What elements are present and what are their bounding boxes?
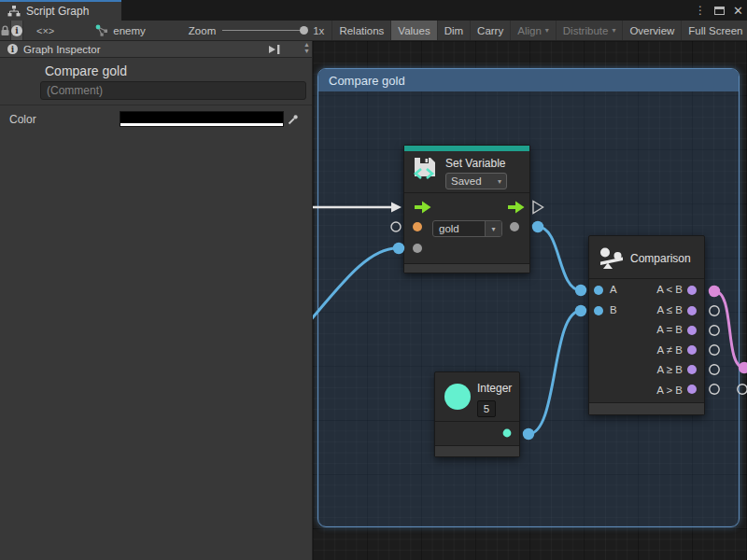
close-icon[interactable]: ✕ — [733, 4, 743, 18]
output-port-label: A = B — [656, 324, 683, 335]
relations-button[interactable]: Relations — [331, 21, 391, 40]
maximize-icon[interactable] — [714, 7, 725, 15]
port-row: A ≠ B — [589, 341, 704, 361]
eyedropper-icon — [288, 114, 299, 125]
info-icon: i — [7, 44, 18, 54]
node-title: Comparison — [630, 252, 691, 265]
output-port-label: A ≥ B — [657, 364, 683, 375]
node-title: Integer — [477, 382, 512, 395]
node-accent-strip — [404, 146, 529, 151]
divider — [435, 421, 519, 422]
output-port-label: A > B — [656, 385, 683, 396]
script-graph-window: Script Graph ⋮ ✕ i <×> enemy — [0, 0, 747, 560]
zoom-control: Zoom 1x — [155, 21, 332, 40]
graph-reference-label: enemy — [113, 25, 146, 36]
graph-toolbar: i <×> enemy Zoom 1x Relations Values Dim… — [0, 21, 747, 41]
zoom-value: 1x — [313, 25, 324, 36]
graph-asset-icon — [95, 24, 108, 36]
fullscreen-button[interactable]: Full Screen — [682, 21, 747, 40]
spinner-up-icon[interactable]: ▲ — [303, 41, 310, 48]
graph-canvas[interactable]: Compare gold Set Variable Saved ▾ — [313, 41, 747, 560]
chevron-down-icon: ▾ — [612, 26, 615, 35]
node-comparison[interactable]: Comparison A A < B B A ≤ B A = B — [588, 235, 705, 415]
graph-inspector-title: Graph Inspector — [23, 44, 100, 55]
group-title: Compare gold — [329, 74, 405, 88]
lock-icon — [0, 25, 10, 36]
chevron-down-icon: ▾ — [498, 177, 501, 186]
variable-kind-dropdown[interactable]: Saved ▾ — [445, 173, 507, 189]
chevron-down-icon: ▾ — [545, 26, 549, 35]
wire-endpoint — [739, 362, 747, 373]
tab-script-graph[interactable]: Script Graph — [0, 0, 121, 21]
alpha-strip — [120, 123, 283, 126]
input-port-label-a: A — [610, 284, 617, 295]
integer-literal-icon — [444, 384, 471, 410]
code-view-button[interactable]: <×> — [23, 21, 67, 40]
output-port-label: A ≤ B — [657, 304, 683, 315]
window-menu-icon[interactable]: ⋮ — [695, 4, 706, 17]
port-row: A A < B — [589, 280, 704, 301]
node-title: Set Variable — [445, 157, 505, 170]
graph-reference[interactable]: enemy — [67, 21, 155, 40]
comparison-port-rows: A A < B B A ≤ B A = B A ≠ B A ≥ B — [589, 280, 704, 400]
eyedropper-button[interactable] — [285, 111, 302, 127]
dim-button[interactable]: Dim — [438, 21, 471, 40]
input-port-label-b: B — [610, 304, 617, 315]
tab-label: Script Graph — [26, 5, 89, 18]
spinner-down-icon[interactable]: ▼ — [303, 48, 310, 54]
zoom-slider[interactable] — [222, 30, 306, 31]
graph-inspector-panel: i Graph Inspector ▲ ▼ Compare gold Color — [0, 41, 313, 560]
node-footer — [404, 263, 529, 273]
color-swatch[interactable] — [120, 111, 284, 127]
port-row: A > B — [589, 381, 704, 401]
align-dropdown[interactable]: Align ▾ — [511, 21, 557, 40]
lock-button[interactable] — [0, 21, 11, 40]
distribute-label: Distribute — [563, 25, 609, 36]
values-button[interactable]: Values — [391, 21, 437, 40]
output-port-label: A < B — [656, 284, 683, 295]
align-label: Align — [517, 25, 542, 36]
save-variable-icon — [413, 156, 441, 186]
zoom-label: Zoom — [189, 25, 216, 36]
variable-name-dropdown[interactable]: gold ▾ — [432, 220, 502, 237]
zoom-slider-knob[interactable] — [300, 26, 308, 35]
inspector-toggle-button[interactable]: i — [11, 21, 23, 40]
node-set-variable[interactable]: Set Variable Saved ▾ gold ▾ — [403, 145, 530, 273]
overview-button[interactable]: Overview — [623, 21, 682, 40]
variable-name-value: gold — [433, 223, 485, 234]
divider — [589, 278, 704, 279]
chevron-down-icon[interactable]: ▾ — [485, 221, 501, 236]
port-row: A ≥ B — [589, 360, 704, 381]
node-footer — [435, 445, 519, 456]
script-graph-icon — [7, 5, 21, 18]
distribute-dropdown[interactable]: Distribute ▾ — [557, 21, 624, 40]
comment-input[interactable] — [40, 81, 306, 100]
variable-kind-value: Saved — [451, 175, 482, 187]
graph-title: Compare gold — [45, 63, 127, 78]
color-label: Color — [9, 113, 36, 126]
graph-inspector-header[interactable]: i Graph Inspector ▲ ▼ — [0, 41, 312, 58]
group-header[interactable]: Compare gold — [318, 69, 739, 91]
divider — [404, 192, 529, 193]
port-row: A = B — [589, 320, 704, 341]
comparison-scale-icon — [599, 246, 625, 272]
node-footer — [589, 402, 704, 414]
color-field-row: Color — [0, 108, 312, 131]
divider — [0, 105, 312, 105]
dock-panel-icon[interactable] — [268, 44, 282, 58]
integer-value-field[interactable]: 5 — [477, 400, 496, 417]
titlebar: Script Graph ⋮ ✕ — [0, 0, 747, 21]
panel-spinner[interactable]: ▲ ▼ — [303, 41, 310, 54]
carry-button[interactable]: Carry — [471, 21, 511, 40]
output-port-label: A ≠ B — [657, 344, 683, 356]
node-integer[interactable]: Integer 5 — [434, 371, 520, 457]
info-icon: i — [11, 25, 22, 36]
port-row: B A ≤ B — [589, 301, 704, 321]
